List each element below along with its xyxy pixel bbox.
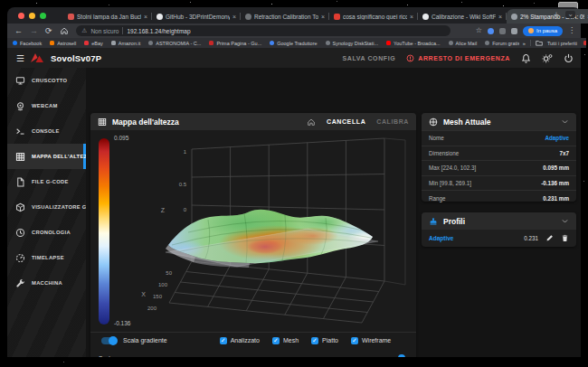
file-icon (15, 177, 25, 187)
slider-thumb[interactable] (398, 354, 405, 357)
x-tick: 200 (147, 306, 157, 311)
sidebar-item-console[interactable]: CONSOLE (7, 118, 86, 144)
home-icon[interactable] (60, 26, 69, 35)
home-probe-icon[interactable] (307, 118, 316, 127)
menu-kebab-icon[interactable]: ⋮ (568, 27, 575, 34)
interface-settings-icon[interactable] (542, 53, 553, 63)
window-close-button[interactable] (18, 13, 24, 19)
tab-favicon (245, 14, 251, 20)
save-config-button[interactable]: SALVA CONFIG (342, 55, 395, 61)
panel-title: Profili (443, 217, 555, 226)
bookmark-item[interactable]: ASTRONOMIA - C... (148, 41, 201, 46)
tab-search-icon[interactable]: ⌄ (565, 11, 575, 18)
sidebar-item-cruscotto[interactable]: CRUSCOTTO (7, 68, 86, 93)
browser-tab-4[interactable]: cosa significano quei riccioli... × (329, 9, 418, 24)
checkbox-analizzato[interactable]: Analizzato (220, 337, 260, 344)
bookmarks-overflow-icon[interactable]: » (523, 41, 526, 46)
mesh-row-dimensione: Dimensione 7x7 (422, 146, 576, 161)
sidebar-item-timelapse[interactable]: TIMELAPSE (7, 245, 86, 270)
browser-tab-2[interactable]: GitHub - 3DPrintDemonyDe... × (152, 9, 241, 24)
tab-favicon (68, 14, 74, 20)
bookmark-item[interactable]: Google Traduttore (270, 41, 317, 46)
all-bookmarks-label[interactable]: Tutti i preferiti (547, 41, 577, 46)
x-tick: 100 (158, 282, 168, 287)
profile-row-adaptive[interactable]: Adaptive 0.231 (422, 230, 576, 247)
bookmark-item[interactable]: Prima Pagina - Gu... (209, 41, 261, 46)
bookmark-item[interactable]: Facebook (13, 41, 42, 46)
browser-tab-1[interactable]: Stolni lampa da Jan Buchta | × (63, 9, 152, 24)
tab-close-icon[interactable]: × (410, 14, 413, 20)
forward-icon[interactable]: → (30, 27, 38, 35)
current-mesh-panel: Mesh Attuale Nome Adaptive Dimensione 7x… (422, 113, 576, 202)
gradient-scale-toggle[interactable] (101, 337, 117, 344)
tab-close-icon[interactable]: × (498, 14, 502, 20)
history-clock-icon (15, 228, 25, 238)
browser-tab-3[interactable]: Retraction Calibration Tool × (241, 9, 329, 24)
sidebar-item-webcam[interactable]: WEBCAM (7, 93, 86, 118)
bookmark-item[interactable]: YouTube - Broadca... (386, 41, 441, 46)
profiles-panel: Profili Adaptive 0.231 (422, 212, 576, 247)
profiles-header: Profili (422, 212, 576, 230)
reload-icon[interactable]: ⟳ (45, 27, 52, 35)
extension-icon[interactable] (499, 28, 506, 34)
clear-mesh-button[interactable]: CANCELLA (327, 118, 365, 125)
tab-title: Retraction Calibration Tool (254, 14, 318, 20)
emergency-stop-button[interactable]: ARRESTO DI EMERGENZA (406, 54, 510, 62)
bookmark-item[interactable]: eBay (84, 41, 103, 46)
checkbox-icon (272, 337, 280, 344)
app-header: ☰ SovolSv07P SALVA CONFIG ARRESTO DI EM (7, 48, 581, 68)
favicon (583, 41, 586, 45)
calibrate-button[interactable]: CALIBRA (376, 118, 409, 125)
window-minimize-button[interactable] (29, 13, 35, 19)
sidebar-item-visualizzatore-gcode[interactable]: VISUALIZZATORE G-C... (7, 194, 86, 220)
bookmark-star-icon[interactable]: ☆ (476, 27, 482, 34)
extension-icon[interactable] (511, 28, 517, 34)
bookmark-item[interactable]: Alice Mail (449, 41, 478, 46)
bookmark-item[interactable]: Amazon.it (111, 41, 140, 46)
heightmap-panel: Mappa dell'altezza CANCELLA CALIBRA 0.09… (90, 113, 416, 357)
tab-close-icon[interactable]: × (144, 14, 147, 20)
delete-trash-icon[interactable] (561, 234, 569, 242)
browser-tab-active[interactable]: 2% Stampando - ETA: 09:3... × (507, 9, 588, 24)
bookmark-item[interactable]: Astrosell (50, 41, 76, 46)
bookmark-item[interactable]: Synology DiskStati... (326, 41, 378, 46)
mesh-icon (429, 118, 438, 127)
zmax-label: Scala z-max. (99, 355, 133, 358)
security-label[interactable]: Non sicuro (90, 28, 119, 34)
z-tick: 0 (184, 207, 187, 212)
sidebar-item-cronologia[interactable]: CRONOLOGIA (7, 220, 86, 245)
gradient-scale-label: Scala gradiente (123, 337, 167, 343)
checkbox-wireframe[interactable]: Wireframe (351, 337, 391, 344)
favicon (386, 41, 391, 45)
bookmark-item[interactable]: La prove invalsi di... (583, 41, 586, 46)
sidebar-item-file-gcode[interactable]: FILE G-CODE (7, 169, 86, 194)
tab-close-icon[interactable]: × (321, 14, 325, 20)
profile-name[interactable]: Adaptive (429, 235, 517, 241)
bedmesh-3d-plot[interactable]: 1 0.5 0 -0.5 Z 50 100 150 200 X (136, 129, 409, 330)
sidebar-item-macchina[interactable]: MACCHINA (7, 270, 86, 296)
tab-close-icon[interactable]: × (232, 14, 236, 20)
collapse-chevron-icon[interactable] (561, 217, 569, 225)
checkbox-piatto[interactable]: Piatto (311, 337, 338, 344)
power-icon[interactable] (564, 53, 574, 63)
checkbox-mesh[interactable]: Mesh (272, 337, 299, 344)
sidebar-item-mappa-dellaltezza[interactable]: MAPPA DELL'ALTEZZA (7, 144, 86, 169)
collapse-chevron-icon[interactable] (561, 118, 569, 126)
window-zoom-button[interactable] (40, 13, 46, 19)
mesh-row-max: Max [224.0, 102.3] 0.095 mm (422, 160, 576, 175)
extension-icon[interactable] (488, 28, 494, 34)
warning-icon: ⚠ (82, 27, 88, 34)
favicon (449, 41, 453, 45)
browser-tab-5[interactable]: Calibrazione - Wiki SoftFeve... × (418, 9, 507, 24)
edit-pencil-icon[interactable] (545, 234, 554, 242)
back-icon[interactable]: ← (14, 27, 23, 35)
bookmarks-overflow: » Tutti i preferiti (519, 38, 577, 48)
tab-title: cosa significano quei riccioli... (343, 14, 407, 20)
pause-extension-button[interactable]: In pausa (523, 26, 563, 36)
notifications-bell-icon[interactable] (521, 53, 531, 63)
new-tab-button[interactable]: + (554, 11, 559, 20)
address-bar[interactable]: ⚠ Non sicuro 192.168.1.24/heightmap (76, 25, 450, 36)
url-text[interactable]: 192.168.1.24/heightmap (127, 28, 190, 34)
hamburger-icon[interactable]: ☰ (16, 53, 24, 63)
stamp-icon (429, 217, 438, 226)
